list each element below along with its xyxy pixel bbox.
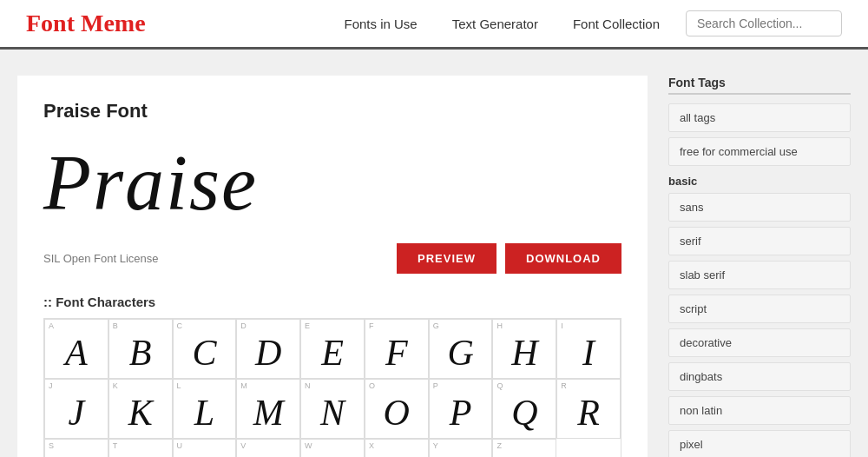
char-label: Q (496, 381, 552, 391)
char-cell: CC (173, 319, 237, 379)
char-label: H (496, 321, 552, 331)
char-glyph: H (496, 333, 552, 373)
char-cell: GG (429, 319, 493, 379)
tag-dingbats[interactable]: dingbats (668, 362, 851, 391)
char-cell: XX (365, 439, 429, 457)
char-cell: DD (236, 319, 300, 379)
char-glyph: Y (433, 453, 489, 457)
char-glyph: S (49, 453, 104, 457)
char-cell: OO (365, 379, 429, 439)
char-label: M (240, 381, 296, 391)
main-panel: Praise Font Praise SIL Open Font License… (17, 76, 648, 457)
characters-section: :: Font Characters AABBCCDDEEFFGGHHIIJJK… (43, 295, 621, 457)
tag-free-commercial[interactable]: free for commercial use (668, 137, 851, 166)
content-area: Praise Font Praise SIL Open Font License… (9, 76, 859, 457)
char-cell: QQ (492, 379, 556, 439)
char-label: O (369, 381, 424, 391)
char-glyph: K (113, 393, 168, 433)
char-cell: PP (429, 379, 493, 439)
characters-heading: :: Font Characters (43, 295, 621, 309)
char-cell: ZZ (492, 439, 556, 457)
download-button[interactable]: DOWNLOAD (505, 243, 621, 274)
char-cell: RR (556, 379, 621, 439)
char-glyph: O (369, 393, 424, 433)
char-glyph: B (113, 333, 168, 373)
char-cell: FF (365, 319, 429, 379)
tag-serif[interactable]: serif (668, 227, 851, 255)
char-label: W (305, 441, 360, 451)
nav-text-generator[interactable]: Text Generator (452, 17, 538, 31)
char-cell: HH (492, 319, 556, 379)
char-label: P (433, 381, 489, 391)
char-cell: AA (44, 319, 108, 379)
char-label: Z (496, 441, 552, 451)
char-glyph: V (240, 453, 296, 457)
char-glyph: C (177, 333, 233, 373)
main-nav: Fonts in Use Text Generator Font Collect… (345, 17, 660, 31)
char-label: R (561, 381, 616, 391)
char-cell: UU (173, 439, 237, 457)
char-glyph: Z (496, 453, 552, 457)
char-glyph: X (369, 453, 424, 457)
char-cell: JJ (44, 379, 108, 439)
char-label: N (305, 381, 360, 391)
char-cell: NN (300, 379, 365, 439)
tag-sans[interactable]: sans (668, 193, 851, 222)
tag-pixel[interactable]: pixel (668, 430, 851, 457)
license-text: SIL Open Font License (43, 252, 159, 265)
char-glyph: G (433, 333, 489, 373)
tag-all-tags[interactable]: all tags (668, 103, 851, 132)
tag-decorative[interactable]: decorative (668, 328, 851, 357)
char-label: U (177, 441, 233, 451)
basic-section-label: basic (668, 175, 851, 188)
preview-button[interactable]: PREVIEW (397, 243, 496, 274)
tag-non-latin[interactable]: non latin (668, 396, 851, 425)
char-label: T (113, 441, 168, 451)
char-label: V (240, 441, 296, 451)
nav-fonts-in-use[interactable]: Fonts in Use (345, 17, 418, 31)
char-cell: KK (108, 379, 173, 439)
tag-script[interactable]: script (668, 295, 851, 323)
font-preview-area: Praise (43, 140, 621, 226)
char-glyph: T (113, 453, 168, 457)
char-glyph: J (49, 393, 104, 433)
char-cell: BB (108, 319, 173, 379)
char-label: E (305, 321, 360, 331)
char-glyph: U (177, 453, 233, 457)
char-glyph: R (561, 393, 616, 433)
search-input[interactable] (686, 10, 842, 36)
char-glyph: A (49, 333, 104, 373)
license-row: SIL Open Font License PREVIEW DOWNLOAD (43, 243, 621, 274)
char-glyph: E (305, 333, 360, 373)
char-cell: VV (236, 439, 300, 457)
char-glyph: L (177, 393, 233, 433)
char-label: J (49, 381, 104, 391)
sidebar: Font Tags all tags free for commercial u… (668, 76, 851, 457)
font-title: Praise Font (43, 100, 621, 123)
action-buttons: PREVIEW DOWNLOAD (397, 243, 621, 274)
char-label: L (177, 381, 233, 391)
char-cell: TT (108, 439, 173, 457)
char-cell: EE (300, 319, 365, 379)
char-label: C (177, 321, 233, 331)
char-cell: YY (429, 439, 493, 457)
char-glyph: M (240, 393, 296, 433)
character-grid: AABBCCDDEEFFGGHHIIJJKKLLMMNNOOPPQQRRSSTT… (43, 318, 621, 457)
char-label: I (561, 321, 616, 331)
char-glyph: I (561, 333, 616, 373)
char-cell: II (556, 319, 621, 379)
char-label: X (369, 441, 424, 451)
site-logo[interactable]: Font Meme (26, 10, 146, 37)
header: Font Meme Fonts in Use Text Generator Fo… (0, 0, 868, 50)
char-glyph: F (369, 333, 424, 373)
tag-slab-serif[interactable]: slab serif (668, 261, 851, 289)
char-glyph: Q (496, 393, 552, 433)
char-glyph: P (433, 393, 489, 433)
char-cell: LL (173, 379, 237, 439)
char-glyph: D (240, 333, 296, 373)
sidebar-title: Font Tags (668, 76, 851, 95)
char-glyph: W (305, 453, 360, 457)
nav-font-collection[interactable]: Font Collection (573, 17, 660, 31)
char-label: Y (433, 441, 489, 451)
char-label: F (369, 321, 424, 331)
